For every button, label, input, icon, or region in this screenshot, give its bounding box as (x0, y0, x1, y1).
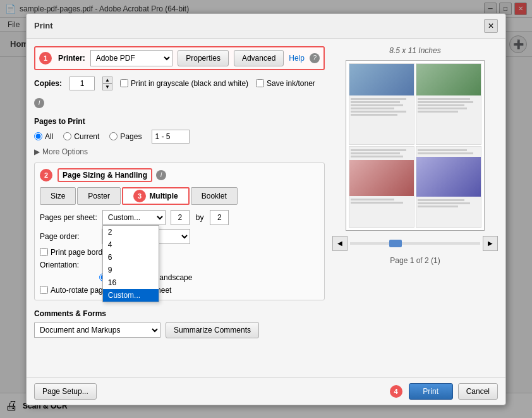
printer-select[interactable]: Adobe PDF (90, 50, 173, 66)
tab-size[interactable]: Size (40, 187, 76, 205)
preview-image-1 (349, 64, 414, 96)
properties-button[interactable]: Properties (178, 50, 229, 66)
page-setup-button[interactable]: Page Setup... (34, 383, 97, 400)
badge-3: 3 (133, 190, 146, 202)
save-ink-checkbox-label[interactable]: Save ink/toner (256, 79, 315, 88)
by-label: by (196, 213, 204, 222)
radio-all-input[interactable] (34, 132, 42, 140)
tab-poster[interactable]: Poster (77, 187, 121, 205)
preview-cell-2 (416, 63, 481, 145)
pps-option-9[interactable]: 9 (103, 264, 159, 276)
preview-image-4 (416, 157, 481, 197)
info-icon[interactable]: i (34, 98, 44, 108)
sizing-info-icon[interactable]: i (156, 170, 166, 180)
advanced-button[interactable]: Advanced (234, 50, 284, 66)
slider-thumb (389, 240, 402, 247)
pps-select[interactable]: Custom... 2 4 6 9 16 (102, 210, 166, 225)
pages-range-input[interactable] (152, 130, 190, 144)
sizing-header-row: 2 Page Sizing & Handling i (40, 168, 319, 182)
autorotate-row: Auto-rotate pages within each sheet (40, 286, 319, 295)
left-panel: 1 Printer: Adobe PDF Properties Advanced… (34, 46, 325, 370)
preview-text-1 (349, 95, 414, 144)
dialog-titlebar: Print ✕ (27, 14, 505, 39)
grayscale-checkbox-label[interactable]: Print in grayscale (black and white) (120, 79, 248, 88)
summarize-comments-button[interactable]: Summarize Comments (166, 322, 259, 338)
preview-text-3b (349, 196, 414, 206)
spinner-down[interactable]: ▼ (102, 83, 112, 90)
preview-text-2 (416, 95, 481, 144)
spinner-up[interactable]: ▲ (102, 77, 112, 83)
pps-option-16[interactable]: 16 (103, 276, 159, 289)
pages-per-sheet-row: Pages per sheet: Custom... 2 4 6 9 16 (40, 210, 319, 225)
tab-multiple[interactable]: 3 Multiple (122, 187, 190, 205)
print-borders-checkbox[interactable] (40, 248, 48, 256)
badge-1: 1 (39, 52, 52, 65)
tab-booklet[interactable]: Booklet (191, 187, 238, 205)
preview-cell-3 (349, 146, 414, 228)
next-page-button[interactable]: ▶ (483, 236, 498, 251)
radio-pages-input[interactable] (109, 132, 118, 140)
preview-text-4 (416, 147, 481, 157)
orientation-row: Orientation: (40, 261, 319, 269)
save-ink-label: Save ink/toner (267, 79, 315, 88)
radio-pages[interactable]: Pages (109, 132, 142, 141)
page-slider[interactable] (350, 242, 480, 245)
pps-option-2[interactable]: 2 (103, 226, 159, 238)
print-dialog: Print ✕ 1 Printer: Adobe PDF Properties (26, 13, 506, 405)
preview-nav: ◀ ▶ (332, 236, 498, 251)
grayscale-label: Print in grayscale (black and white) (131, 79, 248, 88)
badge-2: 2 (40, 169, 52, 181)
pps-option-6[interactable]: 6 (103, 251, 159, 264)
page-indicator: Page 1 of 2 (1) (390, 256, 440, 265)
pps-y-input[interactable] (210, 210, 229, 225)
preview-size: 8.5 x 11 Inches (389, 46, 440, 55)
grayscale-checkbox[interactable] (120, 79, 128, 87)
radio-all[interactable]: All (34, 132, 53, 141)
orientation-label: Orientation: (40, 261, 97, 269)
dialog-footer: Page Setup... 4 Print Cancel (27, 378, 505, 405)
page-order-row: Page order: Horizontal Horizontal Revers… (40, 229, 319, 244)
printer-label: Printer: (58, 54, 85, 63)
printer-row: 1 Printer: Adobe PDF Properties Advanced… (34, 46, 325, 70)
preview-cell-4 (416, 146, 481, 228)
comments-select[interactable]: Document and Markups Document Form Field… (34, 323, 160, 338)
prev-page-button[interactable]: ◀ (332, 236, 348, 251)
tab-row: Size Poster 3 Multiple Booklet (40, 187, 319, 205)
preview-cell-1 (349, 63, 414, 145)
comments-row: Document and Markups Document Form Field… (34, 322, 325, 338)
print-borders-row: Print page borders (40, 248, 319, 257)
chevron-right-icon: ▶ (34, 147, 40, 156)
cancel-button[interactable]: Cancel (458, 383, 498, 400)
copies-input[interactable] (70, 77, 95, 90)
preview-page (346, 61, 484, 230)
dialog-body: 1 Printer: Adobe PDF Properties Advanced… (27, 39, 505, 378)
more-options[interactable]: ▶ More Options (34, 147, 325, 156)
dialog-overlay: Print ✕ 1 Printer: Adobe PDF Properties (0, 0, 532, 418)
pps-dropdown-container[interactable]: Custom... 2 4 6 9 16 2 (102, 210, 166, 225)
preview-image-3 (349, 160, 414, 196)
comments-header: Comments & Forms (34, 309, 325, 318)
pps-label: Pages per sheet: (40, 213, 97, 222)
pages-section: Pages to Print All Current (34, 114, 325, 156)
pps-x-input[interactable] (171, 210, 190, 225)
pps-dropdown-menu: 2 4 6 9 16 Custom... (102, 225, 159, 302)
right-panel: 8.5 x 11 Inches (332, 46, 498, 370)
pps-option-custom[interactable]: Custom... (103, 289, 159, 302)
dialog-close-button[interactable]: ✕ (484, 19, 498, 33)
radio-current-input[interactable] (63, 132, 71, 140)
page-sizing-section: 2 Page Sizing & Handling i Size Poster 3… (34, 163, 325, 300)
save-ink-checkbox[interactable] (256, 79, 264, 87)
copies-label: Copies: (34, 79, 62, 88)
pages-header: Pages to Print (34, 117, 325, 126)
help-link[interactable]: Help (289, 54, 305, 63)
pps-option-4[interactable]: 4 (103, 238, 159, 251)
print-button[interactable]: Print (409, 383, 453, 400)
help-icon[interactable]: ? (310, 53, 320, 63)
radio-current[interactable]: Current (63, 132, 99, 141)
pages-radio-row: All Current Pages (34, 130, 325, 144)
page-sizing-header: Page Sizing & Handling (57, 168, 152, 182)
preview-image-2 (416, 64, 481, 96)
copies-spinner[interactable]: ▲ ▼ (102, 77, 112, 90)
autorotate-checkbox[interactable] (40, 286, 48, 294)
preview-text-4b (416, 197, 481, 210)
